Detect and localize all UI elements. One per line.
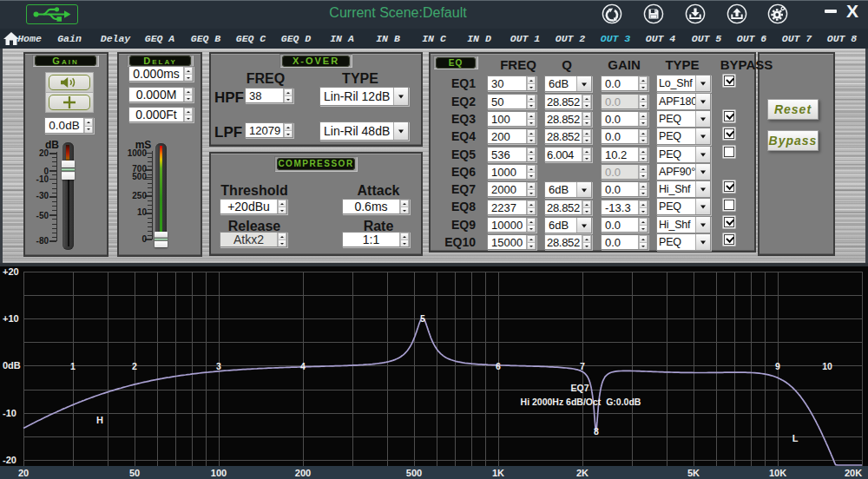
svg-text:4: 4: [300, 361, 306, 371]
svg-text:10K: 10K: [769, 468, 786, 478]
svg-text:50: 50: [129, 468, 140, 478]
svg-text:5K: 5K: [687, 468, 700, 478]
svg-text:100: 100: [211, 468, 227, 478]
svg-text:8: 8: [594, 426, 599, 436]
svg-text:+20: +20: [3, 266, 19, 277]
svg-text:6: 6: [496, 361, 501, 371]
svg-text:5: 5: [420, 313, 425, 324]
svg-text:1: 1: [70, 361, 76, 371]
svg-text:L: L: [792, 433, 799, 443]
svg-text:+10: +10: [3, 313, 19, 324]
svg-text:3: 3: [216, 361, 221, 371]
svg-text:Hi 2000Hz 6dB/Oct G:0.0dB: Hi 2000Hz 6dB/Oct G:0.0dB: [521, 397, 641, 407]
svg-text:EQ7: EQ7: [570, 383, 589, 393]
svg-text:-10: -10: [3, 408, 16, 418]
svg-text:7: 7: [580, 361, 585, 371]
svg-text:H: H: [96, 415, 103, 425]
svg-text:10: 10: [822, 361, 832, 371]
svg-text:2K: 2K: [576, 468, 589, 478]
svg-text:200: 200: [295, 468, 311, 478]
svg-text:1K: 1K: [492, 468, 504, 478]
svg-text:20K: 20K: [845, 468, 862, 478]
svg-text:500: 500: [406, 468, 422, 478]
svg-text:0dB: 0dB: [3, 360, 21, 371]
svg-text:2: 2: [132, 361, 137, 371]
svg-text:20: 20: [18, 468, 29, 478]
svg-text:9: 9: [775, 361, 780, 371]
svg-text:-20: -20: [3, 455, 16, 465]
